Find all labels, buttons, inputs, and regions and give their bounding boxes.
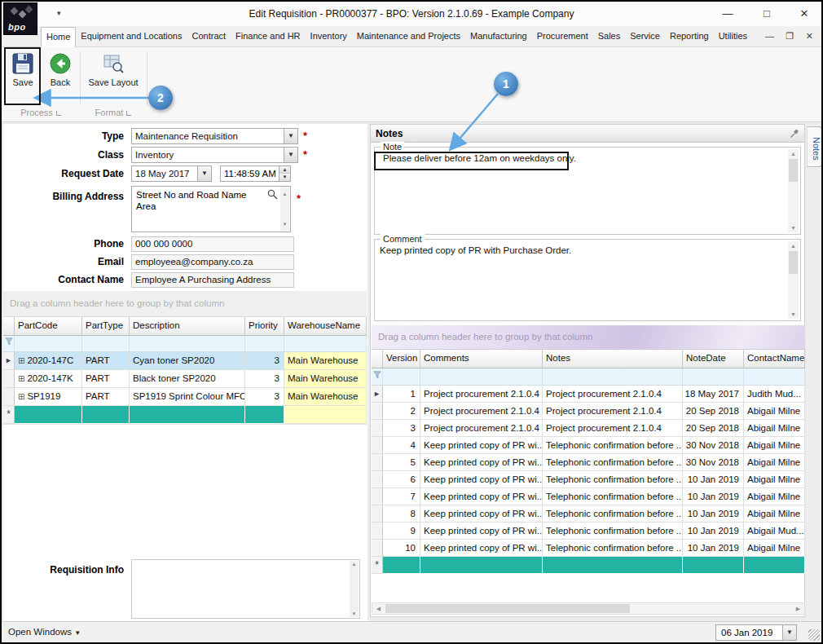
group-by-hint[interactable]: Drag a column header here to group by th…	[372, 325, 805, 350]
new-cell[interactable]	[130, 406, 245, 424]
column-header-version[interactable]: Version	[383, 350, 420, 368]
phone-field[interactable]: 000 000 0000	[131, 236, 294, 252]
spin-up-icon[interactable]: ▲	[279, 166, 290, 174]
type-combobox[interactable]: Maintenance Requisition ▼	[131, 128, 298, 144]
scroll-left-icon[interactable]: ◀	[372, 603, 385, 614]
note-scrollbar[interactable]: ▲ ▼	[788, 149, 799, 232]
cell-comments[interactable]: Keep printed copy of PR wi...	[420, 471, 543, 488]
requisition-info-scrollbar[interactable]: ▲ ▼	[350, 561, 359, 617]
new-cell[interactable]	[15, 406, 82, 424]
table-row[interactable]: 3 Project procurement 2.1.0.4 Project pr…	[372, 420, 805, 437]
table-row[interactable]: 7 Keep printed copy of PR wi... Telephon…	[372, 488, 805, 505]
maximize-button[interactable]: □	[755, 5, 779, 23]
mdi-restore-button[interactable]: ❐	[786, 31, 794, 42]
cell-notedate[interactable]: 10 Jan 2019	[683, 505, 744, 523]
tab-utilities[interactable]: Utilities	[714, 27, 752, 47]
new-cell[interactable]	[744, 557, 805, 574]
cell-priority[interactable]: 3	[245, 352, 284, 370]
cell-contactname[interactable]: Judith Mud...	[744, 386, 805, 403]
cell-notedate[interactable]: 30 Nov 2018	[683, 437, 744, 454]
scrollbar-thumb[interactable]	[789, 251, 798, 274]
dropdown-icon[interactable]: ▼	[284, 148, 297, 162]
parts-grid-filter-row[interactable]	[3, 336, 367, 352]
cell-notedate[interactable]: 10 Jan 2019	[683, 540, 744, 557]
cell-contactname[interactable]: Abigail Milne	[744, 471, 805, 488]
back-button[interactable]: Back	[44, 50, 77, 102]
column-header-partcode[interactable]: PartCode	[15, 317, 82, 336]
mdi-close-button[interactable]: ✕	[806, 31, 813, 42]
table-row[interactable]: 4 Keep printed copy of PR wi... Telephon…	[372, 437, 805, 454]
cell-notes[interactable]: Telephonic confirmation before ...	[543, 523, 683, 540]
cell-notes[interactable]: Telephonic confirmation before ...	[543, 488, 683, 505]
cell-description[interactable]: Black toner SP2020	[130, 370, 245, 388]
table-row[interactable]: ► ⊞2020-147C PART Cyan toner SP2020 3 Ma…	[3, 352, 367, 370]
cell-warehousename[interactable]: Main Warehouse	[284, 370, 367, 388]
new-row[interactable]: *	[372, 557, 805, 574]
comment-text[interactable]: Keep printed copy of PR with Purchase Or…	[380, 245, 571, 255]
scroll-down-icon[interactable]: ▼	[788, 311, 799, 317]
cell-version[interactable]: 5	[383, 454, 420, 471]
class-combobox[interactable]: Inventory ▼	[131, 147, 298, 163]
scroll-up-icon[interactable]: ▲	[350, 562, 359, 567]
cell-contactname[interactable]: Abigail Milne	[744, 488, 805, 505]
filter-cell[interactable]	[82, 336, 130, 352]
request-time-spinner[interactable]: 11:48:59 AM ▲ ▼	[220, 165, 291, 182]
cell-partcode[interactable]: ⊞2020-147C	[15, 352, 82, 370]
table-row[interactable]: ⊞2020-147K PART Black toner SP2020 3 Mai…	[3, 370, 367, 388]
filter-cell[interactable]	[420, 368, 543, 386]
cell-version[interactable]: 10	[383, 540, 420, 557]
cell-comments[interactable]: Keep printed copy of PR wi...	[420, 437, 543, 454]
cell-comments[interactable]: Keep printed copy of PR wi...	[420, 540, 543, 557]
cell-description[interactable]: SP1919 Sprint Colour MFC	[130, 388, 245, 406]
cell-version[interactable]: 3	[383, 420, 420, 437]
cell-comments[interactable]: Keep printed copy of PR wi...	[420, 523, 543, 540]
cell-version[interactable]: 7	[383, 488, 420, 505]
notes-panel-header[interactable]: Notes	[371, 125, 804, 143]
notes-grid-filter-row[interactable]	[372, 368, 805, 386]
cell-notedate[interactable]: 20 Sep 2018	[683, 403, 744, 420]
scroll-down-icon[interactable]: ▼	[788, 225, 799, 231]
time-spin-buttons[interactable]: ▲ ▼	[279, 166, 290, 181]
open-windows-button[interactable]: Open Windows ▼	[8, 627, 81, 637]
cell-partcode[interactable]: ⊞2020-147K	[15, 370, 82, 388]
cell-notes[interactable]: Telephonic confirmation before ...	[543, 437, 683, 454]
table-row[interactable]: 2 Project procurement 2.1.0.4 Project pr…	[372, 403, 805, 420]
title-bar[interactable]: ▾ Edit Requisition - PR0000377 - BPO: Ve…	[2, 2, 821, 26]
filter-cell[interactable]	[683, 368, 744, 386]
spin-down-icon[interactable]: ▼	[279, 174, 290, 181]
tab-service[interactable]: Service	[625, 27, 665, 47]
group-by-hint[interactable]: Drag a column header here to group by th…	[3, 291, 367, 317]
new-cell[interactable]	[245, 406, 284, 424]
table-row[interactable]: 8 Keep printed copy of PR wi... Telephon…	[372, 505, 805, 523]
tab-sales[interactable]: Sales	[593, 27, 626, 47]
scroll-up-icon[interactable]: ▲	[280, 188, 289, 200]
cell-contactname[interactable]: Abigail Milne	[744, 505, 805, 523]
table-row[interactable]: ► 1 Project procurement 2.1.0.4 Project …	[372, 386, 805, 403]
tab-finance-and-hr[interactable]: Finance and HR	[231, 27, 306, 47]
table-row[interactable]: 5 Keep printed copy of PR wi... Telephon…	[372, 454, 805, 471]
filter-cell[interactable]	[284, 336, 367, 352]
scrollbar-thumb[interactable]	[789, 159, 798, 182]
column-header-parttype[interactable]: PartType	[82, 317, 130, 336]
cell-version[interactable]: 2	[383, 403, 420, 420]
group-launcher-icon[interactable]	[126, 111, 131, 116]
billing-address-scrollbar[interactable]: ▲ ▼	[280, 187, 289, 231]
scroll-up-icon[interactable]: ▲	[788, 151, 799, 157]
cell-contactname[interactable]: Abigail Milne	[744, 540, 805, 557]
group-launcher-icon[interactable]	[56, 111, 61, 116]
cell-version[interactable]: 9	[383, 523, 420, 540]
dropdown-icon[interactable]: ▼	[284, 129, 297, 143]
cell-priority[interactable]: 3	[245, 388, 284, 406]
scrollbar-thumb[interactable]	[385, 604, 630, 613]
cell-notes[interactable]: Project procurement 2.1.0.4	[543, 386, 683, 403]
column-header-contactname[interactable]: ContactName	[744, 350, 805, 368]
new-cell[interactable]	[420, 557, 543, 574]
cell-notes[interactable]: Telephonic confirmation before ...	[543, 454, 683, 471]
filter-cell[interactable]	[543, 368, 683, 386]
cell-warehousename[interactable]: Main Warehouse	[284, 388, 367, 406]
cell-warehousename[interactable]: Main Warehouse	[284, 352, 367, 370]
cell-parttype[interactable]: PART	[82, 388, 130, 406]
tab-maintenance-and-projects[interactable]: Maintenance and Projects	[352, 27, 465, 47]
cell-notedate[interactable]: 30 Nov 2018	[683, 454, 744, 471]
search-icon[interactable]	[267, 189, 278, 200]
